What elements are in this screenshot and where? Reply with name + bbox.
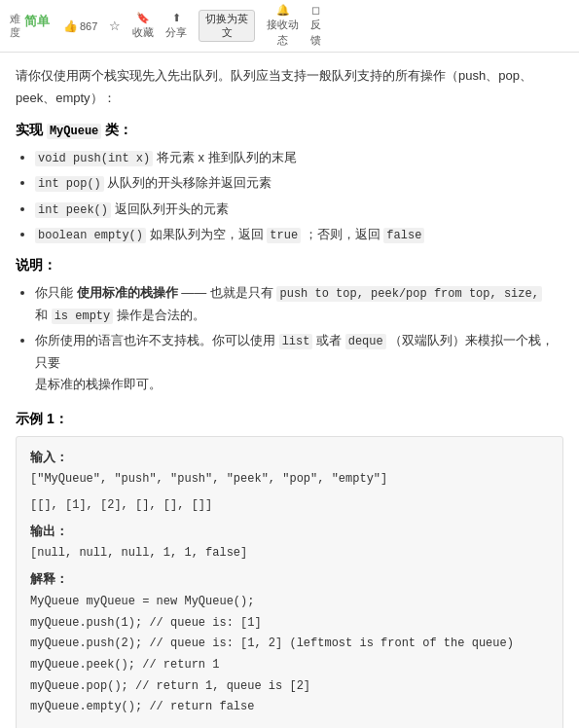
output-value: [null, null, null, 1, 1, false] bbox=[30, 544, 549, 563]
note2-text: 你所使用的语言也许不支持栈。你可以使用 bbox=[35, 333, 279, 347]
input-line2: [[], [1], [2], [], [], []] bbox=[30, 496, 549, 515]
notes-list: 你只能 使用标准的栈操作 —— 也就是只有 push to top, peek/… bbox=[35, 282, 563, 394]
like-count: 867 bbox=[80, 20, 97, 32]
input-line1: ["MyQueue", "push", "push", "peek", "pop… bbox=[30, 470, 549, 489]
list-item: int peek() 返回队列开头的元素 bbox=[35, 199, 563, 220]
star-button[interactable] bbox=[109, 18, 121, 33]
bookmark-label: 收藏 bbox=[132, 25, 154, 40]
note-item-2: 你所使用的语言也许不支持栈。你可以使用 list 或者 deque （双端队列）… bbox=[35, 330, 563, 395]
thumb-icon bbox=[63, 19, 78, 33]
bookmark-button[interactable]: 收藏 bbox=[132, 12, 154, 40]
feedback-icon bbox=[311, 4, 320, 17]
star-icon bbox=[109, 18, 121, 33]
method-peek-desc: 返回队列开头的元素 bbox=[115, 201, 229, 216]
note-title: 说明： bbox=[16, 257, 563, 274]
share-label: 分享 bbox=[165, 25, 187, 40]
difficulty-section: 难度 简单 bbox=[10, 13, 50, 38]
explain-line-3: myQueue.push(2); // queue is: [1, 2] (le… bbox=[30, 634, 549, 655]
note1-is-empty: is empty bbox=[52, 309, 114, 324]
explain-label: 解释： bbox=[30, 570, 549, 588]
method-empty-desc: 如果队列为空，返回 bbox=[150, 227, 268, 241]
translate-button[interactable]: 切换为英 文 bbox=[199, 10, 255, 41]
method-empty-sig: boolean empty() bbox=[35, 228, 146, 243]
explain-line-2: myQueue.push(1); // queue is: [1] bbox=[30, 613, 549, 635]
notify-label2: 态 bbox=[277, 33, 288, 48]
list-item: void push(int x) 将元素 x 推到队列的末尾 bbox=[35, 147, 563, 168]
difficulty-label: 难度 bbox=[10, 13, 20, 38]
implement-title: 实现 MyQueue 类： bbox=[16, 122, 563, 139]
note1-bold: 使用标准的栈操作 bbox=[77, 285, 178, 300]
main-content: 请你仅使用两个栈实现先入先出队列。队列应当支持一般队列支持的所有操作（push、… bbox=[0, 53, 579, 728]
method-push-desc: 将元素 x 推到队列的末尾 bbox=[157, 150, 297, 164]
method-push-sig: void push(int x) bbox=[35, 151, 153, 166]
feedback-label: 反 bbox=[310, 18, 321, 32]
method-empty-false: false bbox=[383, 228, 424, 243]
example-box: 输入： ["MyQueue", "push", "push", "peek", … bbox=[16, 436, 563, 728]
list-item: int pop() 从队列的开头移除并返回元素 bbox=[35, 172, 563, 194]
top-bar: 难度 简单 867 收藏 分享 切换为英 文 接收动 态 bbox=[0, 0, 579, 53]
note2-or: 或者 bbox=[316, 333, 345, 347]
bookmark-icon bbox=[136, 12, 150, 24]
translate-label: 切换为英 bbox=[205, 13, 248, 25]
note1-break: 和 bbox=[35, 308, 52, 322]
notify-label: 接收动 bbox=[267, 18, 299, 32]
example-title: 示例 1： bbox=[16, 411, 563, 428]
methods-list: void push(int x) 将元素 x 推到队列的末尾 int pop()… bbox=[35, 147, 563, 246]
share-button[interactable]: 分享 bbox=[165, 12, 187, 40]
note-item-1: 你只能 使用标准的栈操作 —— 也就是只有 push to top, peek/… bbox=[35, 282, 563, 326]
notify-button[interactable]: 接收动 态 bbox=[267, 4, 299, 48]
feedback-button[interactable]: 反 馈 bbox=[310, 4, 321, 48]
action-bar: 867 收藏 分享 切换为英 文 接收动 态 反 馈 bbox=[63, 4, 569, 48]
method-empty-true: true bbox=[267, 228, 301, 243]
bell-icon bbox=[276, 4, 290, 17]
feedback-label2: 馈 bbox=[310, 33, 321, 48]
note1-prefix: 你只能 bbox=[35, 285, 77, 300]
myqueue-class-name: MyQueue bbox=[47, 124, 101, 139]
share-icon bbox=[172, 12, 181, 24]
list-item: boolean empty() 如果队列为空，返回 true ；否则，返回 fa… bbox=[35, 224, 563, 245]
output-label: 输出： bbox=[30, 523, 549, 540]
method-pop-desc: 从队列的开头移除并返回元素 bbox=[107, 175, 271, 190]
intro-text: 请你仅使用两个栈实现先入先出队列。队列应当支持一般队列支持的所有操作（push、… bbox=[16, 64, 563, 110]
note1-suffix: 操作是合法的。 bbox=[117, 308, 205, 322]
translate-label2: 文 bbox=[222, 26, 233, 39]
explain-line-6: myQueue.empty(); // return false bbox=[30, 697, 549, 718]
like-button[interactable]: 867 bbox=[63, 19, 97, 33]
method-pop-sig: int pop() bbox=[35, 176, 104, 192]
explain-code-block: MyQueue myQueue = new MyQueue(); myQueue… bbox=[30, 592, 549, 718]
explain-line-5: myQueue.pop(); // return 1, queue is [2] bbox=[30, 676, 549, 698]
note1-code: push to top, peek/pop from top, size, bbox=[276, 286, 541, 302]
note1-middle: —— 也就是只有 bbox=[181, 285, 276, 300]
note2-list: list bbox=[279, 334, 313, 349]
difficulty-value: 简单 bbox=[24, 13, 50, 30]
method-peek-sig: int peek() bbox=[35, 202, 111, 218]
method-empty-sep: ；否则，返回 bbox=[305, 227, 384, 241]
note2-deque: deque bbox=[345, 334, 386, 349]
explain-line-1: MyQueue myQueue = new MyQueue(); bbox=[30, 592, 549, 613]
explain-line-4: myQueue.peek(); // return 1 bbox=[30, 655, 549, 676]
input-label: 输入： bbox=[30, 449, 549, 466]
